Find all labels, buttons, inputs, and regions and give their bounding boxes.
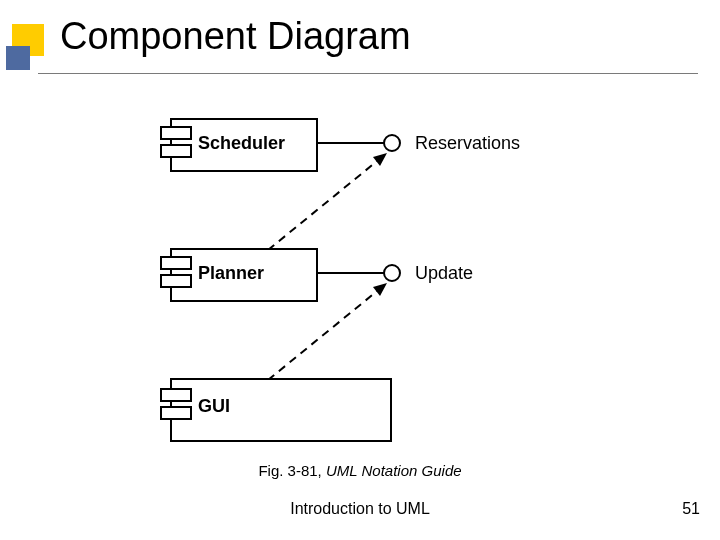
- caption-italic: UML Notation Guide: [326, 462, 462, 479]
- caption-prefix: Fig. 3-81,: [258, 462, 326, 479]
- component-planner: Planner: [170, 248, 318, 302]
- component-gui: GUI: [170, 378, 392, 442]
- title-underline: [38, 73, 698, 74]
- component-scheduler-tab-top: [160, 126, 192, 140]
- component-scheduler-label: Scheduler: [198, 133, 285, 154]
- arrowhead-gui-update: [373, 283, 387, 296]
- interface-label-update: Update: [415, 263, 473, 284]
- interface-circle-update: [384, 265, 400, 281]
- slide-title: Component Diagram: [60, 15, 411, 58]
- interface-label-reservations: Reservations: [415, 133, 520, 154]
- component-gui-tab-bottom: [160, 406, 192, 420]
- component-planner-label: Planner: [198, 263, 264, 284]
- figure-caption: Fig. 3-81, UML Notation Guide: [0, 462, 720, 479]
- title-bullet-yellow: [12, 24, 44, 56]
- component-diagram: Scheduler Reservations Planner Update GU…: [0, 90, 720, 470]
- component-gui-label: GUI: [198, 396, 230, 417]
- arrowhead-planner-reservations: [373, 153, 387, 166]
- component-scheduler-tab-bottom: [160, 144, 192, 158]
- component-gui-tab-top: [160, 388, 192, 402]
- component-scheduler: Scheduler: [170, 118, 318, 172]
- slide: Component Diagram Scheduler Reservations: [0, 0, 720, 540]
- page-number: 51: [682, 500, 700, 518]
- interface-circle-reservations: [384, 135, 400, 151]
- title-bullet-blue: [6, 46, 30, 70]
- footer-text: Introduction to UML: [0, 500, 720, 518]
- component-planner-tab-top: [160, 256, 192, 270]
- component-planner-tab-bottom: [160, 274, 192, 288]
